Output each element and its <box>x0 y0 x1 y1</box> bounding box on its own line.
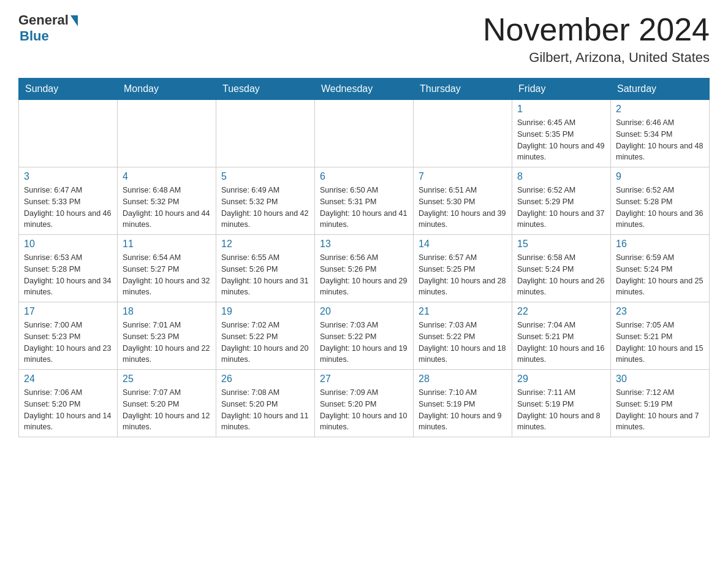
calendar-cell: 14Sunrise: 6:57 AM Sunset: 5:25 PM Dayli… <box>414 235 512 302</box>
calendar-day-header: Wednesday <box>315 79 414 100</box>
day-info: Sunrise: 7:11 AM Sunset: 5:19 PM Dayligh… <box>517 387 605 433</box>
day-number: 26 <box>221 373 309 385</box>
day-info: Sunrise: 6:52 AM Sunset: 5:29 PM Dayligh… <box>517 185 605 231</box>
calendar-cell <box>216 100 315 167</box>
logo: General Blue <box>18 12 78 44</box>
calendar-cell: 2Sunrise: 6:46 AM Sunset: 5:34 PM Daylig… <box>611 100 710 167</box>
calendar-week-row: 10Sunrise: 6:53 AM Sunset: 5:28 PM Dayli… <box>19 235 710 302</box>
calendar-cell: 30Sunrise: 7:12 AM Sunset: 5:19 PM Dayli… <box>611 370 710 437</box>
day-info: Sunrise: 7:12 AM Sunset: 5:19 PM Dayligh… <box>616 387 704 433</box>
day-number: 21 <box>419 306 507 317</box>
day-info: Sunrise: 7:07 AM Sunset: 5:20 PM Dayligh… <box>123 387 211 433</box>
day-number: 16 <box>616 239 704 250</box>
day-info: Sunrise: 6:47 AM Sunset: 5:33 PM Dayligh… <box>24 185 112 231</box>
day-number: 19 <box>221 306 309 317</box>
calendar-cell: 23Sunrise: 7:05 AM Sunset: 5:21 PM Dayli… <box>611 302 710 370</box>
day-number: 18 <box>123 306 211 317</box>
day-info: Sunrise: 6:51 AM Sunset: 5:30 PM Dayligh… <box>419 185 507 231</box>
calendar-cell: 27Sunrise: 7:09 AM Sunset: 5:20 PM Dayli… <box>315 370 414 437</box>
calendar-cell: 4Sunrise: 6:48 AM Sunset: 5:32 PM Daylig… <box>118 167 216 235</box>
calendar-cell: 18Sunrise: 7:01 AM Sunset: 5:23 PM Dayli… <box>118 302 216 370</box>
page-header: General Blue November 2024 Gilbert, Ariz… <box>18 12 710 66</box>
day-number: 1 <box>517 104 605 115</box>
calendar-cell: 22Sunrise: 7:04 AM Sunset: 5:21 PM Dayli… <box>512 302 611 370</box>
calendar-cell: 6Sunrise: 6:50 AM Sunset: 5:31 PM Daylig… <box>315 167 414 235</box>
day-info: Sunrise: 6:57 AM Sunset: 5:25 PM Dayligh… <box>419 252 507 298</box>
day-number: 3 <box>24 171 112 182</box>
day-number: 5 <box>221 171 309 182</box>
calendar-day-header: Thursday <box>414 79 512 100</box>
calendar-cell: 19Sunrise: 7:02 AM Sunset: 5:22 PM Dayli… <box>216 302 315 370</box>
day-number: 6 <box>320 171 408 182</box>
day-info: Sunrise: 6:59 AM Sunset: 5:24 PM Dayligh… <box>616 252 704 298</box>
month-title: November 2024 <box>483 12 710 47</box>
day-number: 22 <box>517 306 605 317</box>
day-number: 27 <box>320 373 408 385</box>
day-number: 10 <box>24 239 112 250</box>
day-info: Sunrise: 7:01 AM Sunset: 5:23 PM Dayligh… <box>123 320 211 366</box>
day-info: Sunrise: 7:09 AM Sunset: 5:20 PM Dayligh… <box>320 387 408 433</box>
day-info: Sunrise: 6:46 AM Sunset: 5:34 PM Dayligh… <box>616 117 704 163</box>
title-section: November 2024 Gilbert, Arizona, United S… <box>483 12 710 66</box>
day-number: 4 <box>123 171 211 182</box>
day-number: 2 <box>616 104 704 115</box>
day-info: Sunrise: 7:03 AM Sunset: 5:22 PM Dayligh… <box>419 320 507 366</box>
calendar-cell: 7Sunrise: 6:51 AM Sunset: 5:30 PM Daylig… <box>414 167 512 235</box>
day-info: Sunrise: 7:02 AM Sunset: 5:22 PM Dayligh… <box>221 320 309 366</box>
calendar-week-row: 3Sunrise: 6:47 AM Sunset: 5:33 PM Daylig… <box>19 167 710 235</box>
day-number: 28 <box>419 373 507 385</box>
day-number: 13 <box>320 239 408 250</box>
calendar-cell: 8Sunrise: 6:52 AM Sunset: 5:29 PM Daylig… <box>512 167 611 235</box>
calendar-cell: 20Sunrise: 7:03 AM Sunset: 5:22 PM Dayli… <box>315 302 414 370</box>
calendar-week-row: 1Sunrise: 6:45 AM Sunset: 5:35 PM Daylig… <box>19 100 710 167</box>
logo-blue-text: Blue <box>18 28 49 44</box>
day-number: 20 <box>320 306 408 317</box>
day-info: Sunrise: 6:52 AM Sunset: 5:28 PM Dayligh… <box>616 185 704 231</box>
calendar-cell <box>19 100 118 167</box>
day-number: 23 <box>616 306 704 317</box>
calendar-cell: 11Sunrise: 6:54 AM Sunset: 5:27 PM Dayli… <box>118 235 216 302</box>
day-info: Sunrise: 6:48 AM Sunset: 5:32 PM Dayligh… <box>123 185 211 231</box>
day-info: Sunrise: 7:10 AM Sunset: 5:19 PM Dayligh… <box>419 387 507 433</box>
calendar-cell: 21Sunrise: 7:03 AM Sunset: 5:22 PM Dayli… <box>414 302 512 370</box>
day-info: Sunrise: 6:58 AM Sunset: 5:24 PM Dayligh… <box>517 252 605 298</box>
day-info: Sunrise: 6:50 AM Sunset: 5:31 PM Dayligh… <box>320 185 408 231</box>
calendar-day-header: Friday <box>512 79 611 100</box>
day-info: Sunrise: 7:00 AM Sunset: 5:23 PM Dayligh… <box>24 320 112 366</box>
calendar-header-row: SundayMondayTuesdayWednesdayThursdayFrid… <box>19 79 710 100</box>
calendar-cell: 28Sunrise: 7:10 AM Sunset: 5:19 PM Dayli… <box>414 370 512 437</box>
day-info: Sunrise: 7:03 AM Sunset: 5:22 PM Dayligh… <box>320 320 408 366</box>
calendar-cell: 16Sunrise: 6:59 AM Sunset: 5:24 PM Dayli… <box>611 235 710 302</box>
day-number: 14 <box>419 239 507 250</box>
logo-arrow-icon <box>70 15 78 26</box>
day-info: Sunrise: 7:05 AM Sunset: 5:21 PM Dayligh… <box>616 320 704 366</box>
day-info: Sunrise: 6:54 AM Sunset: 5:27 PM Dayligh… <box>123 252 211 298</box>
calendar-day-header: Sunday <box>19 79 118 100</box>
calendar-cell <box>414 100 512 167</box>
day-info: Sunrise: 6:53 AM Sunset: 5:28 PM Dayligh… <box>24 252 112 298</box>
day-number: 9 <box>616 171 704 182</box>
calendar-cell: 13Sunrise: 6:56 AM Sunset: 5:26 PM Dayli… <box>315 235 414 302</box>
day-number: 24 <box>24 373 112 385</box>
calendar-cell: 29Sunrise: 7:11 AM Sunset: 5:19 PM Dayli… <box>512 370 611 437</box>
calendar-day-header: Monday <box>118 79 216 100</box>
day-number: 8 <box>517 171 605 182</box>
location-text: Gilbert, Arizona, United States <box>483 50 710 66</box>
calendar-cell: 9Sunrise: 6:52 AM Sunset: 5:28 PM Daylig… <box>611 167 710 235</box>
calendar-cell: 12Sunrise: 6:55 AM Sunset: 5:26 PM Dayli… <box>216 235 315 302</box>
calendar-table: SundayMondayTuesdayWednesdayThursdayFrid… <box>18 78 710 437</box>
day-info: Sunrise: 6:45 AM Sunset: 5:35 PM Dayligh… <box>517 117 605 163</box>
day-number: 30 <box>616 373 704 385</box>
calendar-cell: 26Sunrise: 7:08 AM Sunset: 5:20 PM Dayli… <box>216 370 315 437</box>
calendar-cell: 1Sunrise: 6:45 AM Sunset: 5:35 PM Daylig… <box>512 100 611 167</box>
day-info: Sunrise: 6:56 AM Sunset: 5:26 PM Dayligh… <box>320 252 408 298</box>
calendar-cell: 17Sunrise: 7:00 AM Sunset: 5:23 PM Dayli… <box>19 302 118 370</box>
day-number: 7 <box>419 171 507 182</box>
day-number: 29 <box>517 373 605 385</box>
calendar-cell: 24Sunrise: 7:06 AM Sunset: 5:20 PM Dayli… <box>19 370 118 437</box>
day-number: 25 <box>123 373 211 385</box>
logo-general-text: General <box>18 12 69 28</box>
calendar-cell: 5Sunrise: 6:49 AM Sunset: 5:32 PM Daylig… <box>216 167 315 235</box>
calendar-cell: 10Sunrise: 6:53 AM Sunset: 5:28 PM Dayli… <box>19 235 118 302</box>
calendar-cell <box>315 100 414 167</box>
